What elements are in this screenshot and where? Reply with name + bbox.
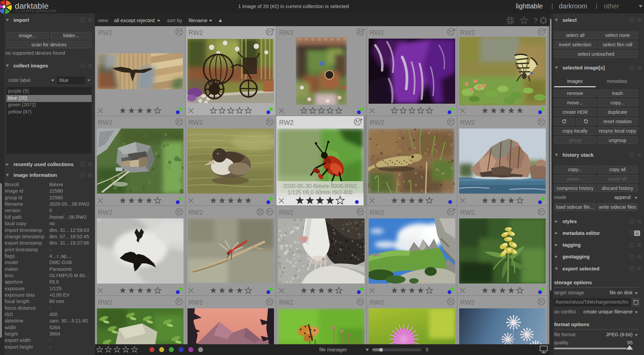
- svg-text:RW2: RW2: [189, 29, 203, 36]
- svg-text:RW2: RW2: [279, 209, 293, 216]
- svg-text:RW2: RW2: [370, 29, 384, 36]
- svg-text:RW2: RW2: [189, 119, 203, 126]
- svg-text:export selected: export selected: [562, 266, 599, 271]
- svg-text:tagging: tagging: [562, 242, 581, 248]
- svg-text:RW2: RW2: [370, 299, 384, 306]
- svg-text:geotagging: geotagging: [562, 254, 590, 259]
- svg-text:select: select: [562, 17, 577, 23]
- svg-text:history stack: history stack: [562, 152, 594, 158]
- svg-text:RW2: RW2: [370, 209, 384, 216]
- svg-text:selected image[s]: selected image[s]: [562, 65, 605, 70]
- svg-text:recently used collections: recently used collections: [13, 161, 73, 167]
- svg-text:metadata editor: metadata editor: [562, 230, 600, 236]
- svg-text:file manager: file manager: [319, 347, 347, 352]
- svg-text:RW2: RW2: [460, 119, 475, 126]
- svg-text:RW2: RW2: [98, 119, 112, 126]
- svg-text:collect images: collect images: [13, 63, 48, 68]
- svg-text:RW2: RW2: [98, 209, 112, 216]
- svg-text:RW2: RW2: [370, 119, 384, 126]
- svg-text:RW2: RW2: [279, 119, 293, 126]
- svg-text:RW2: RW2: [279, 29, 293, 36]
- svg-text:styles: styles: [562, 218, 577, 224]
- svg-text:RW2: RW2: [460, 29, 475, 36]
- svg-text:1/125 f/8,0 60mm ISO 400: 1/125 f/8,0 60mm ISO 400: [287, 189, 353, 195]
- svg-text:RW2: RW2: [189, 209, 203, 216]
- svg-text:RW2: RW2: [98, 299, 112, 306]
- svg-text:5: 5: [426, 347, 428, 352]
- svg-text:2020-05-30-Bièvre-0306.RW2: 2020-05-30-Bièvre-0306.RW2: [283, 183, 357, 189]
- svg-text:image information: image information: [13, 172, 57, 178]
- svg-text:RW2: RW2: [98, 29, 112, 36]
- svg-text:RW2: RW2: [279, 299, 293, 306]
- svg-text:?: ?: [534, 17, 538, 24]
- svg-text:RW2: RW2: [189, 299, 203, 306]
- svg-text:RW2: RW2: [460, 299, 475, 306]
- svg-text:import: import: [13, 17, 29, 23]
- svg-text:RW2: RW2: [460, 209, 475, 216]
